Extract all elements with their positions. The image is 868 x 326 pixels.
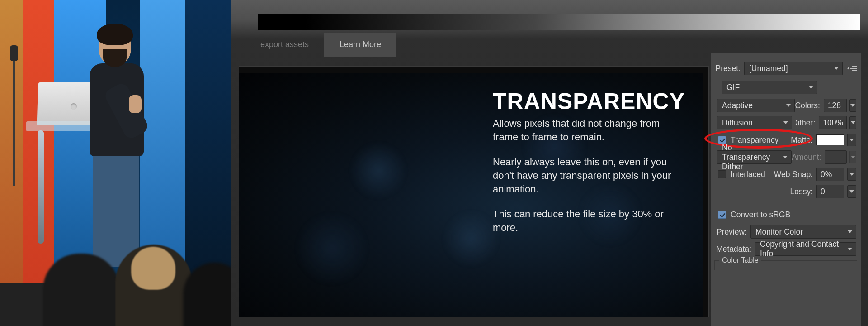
chevron-down-icon [786,104,791,107]
slide-title: TRANSPARENCY [493,88,685,115]
srgb-checkbox[interactable] [718,211,726,219]
slide: export assets Learn More TRANSPARENCY Al… [231,0,868,326]
format-dropdown[interactable]: GIF [722,81,817,94]
matte-dropdown[interactable] [847,134,856,146]
preview-label: Preview: [715,227,750,237]
color-table-label: Color Table [719,256,761,264]
interlaced-checkbox[interactable] [718,170,726,178]
chevron-down-icon [809,86,813,89]
preview-dropdown[interactable]: Monitor Color [750,225,856,239]
tab-learn-more[interactable]: Learn More [324,33,396,57]
lossy-stepper[interactable] [847,185,856,198]
dither-algorithm-dropdown[interactable]: Diffusion [717,116,792,129]
matte-label: Matte: [785,135,816,145]
colors-stepper[interactable] [849,99,856,112]
audience-silhouette [43,254,120,326]
chevron-down-icon [783,121,788,124]
preset-label: Preset: [715,64,744,73]
slide-paragraph: This can reduce the file size by 30% or … [493,207,687,234]
speaker-figure [86,27,158,263]
srgb-label: Convert to sRGB [731,210,790,220]
dither-label: Dither: [792,118,819,128]
colors-input[interactable]: 128 [824,99,847,112]
slide-body: Allows pixels that did not change from f… [493,117,687,246]
gradient-ramp [258,14,860,30]
audience-silhouette [115,244,192,326]
websnap-input[interactable]: 0% [816,168,844,181]
panel-menu-icon[interactable] [849,65,857,72]
export-settings-panel: Preset: [Unnamed] GIF Adaptive Colors: 1… [711,53,861,326]
colors-label: Colors: [795,101,823,110]
slide-paragraph: Nearly always leave this on, even if you… [493,155,687,196]
amount-input [825,150,847,164]
metadata-dropdown[interactable]: Copyright and Contact Info [755,242,856,256]
dither-input[interactable]: 100% [819,116,847,129]
transparency-dither-dropdown[interactable]: No Transparency Dither [717,150,792,164]
lossy-input[interactable]: 0 [816,185,844,198]
tab-export-assets[interactable]: export assets [245,33,324,57]
amount-label: Amount: [792,153,825,162]
slide-paragraph: Allows pixels that did not change from f… [493,117,687,144]
lossy-label: Lossy: [785,187,816,197]
tab-bar: export assets Learn More [245,33,396,57]
chevron-down-icon [834,67,839,70]
metadata-label: Metadata: [715,244,755,254]
speaker-photo [0,0,231,326]
websnap-stepper[interactable] [847,168,856,181]
dither-stepper[interactable] [849,116,856,129]
chevron-down-icon [848,230,852,233]
microphone-stand [13,45,15,186]
matte-swatch[interactable] [816,134,844,145]
color-table-group: Color Table [714,260,857,270]
chevron-down-icon [848,248,852,250]
chevron-down-icon [783,156,788,158]
amount-stepper [849,151,856,163]
palette-dropdown[interactable]: Adaptive [717,99,795,112]
preset-dropdown[interactable]: [Unnamed] [744,62,843,75]
